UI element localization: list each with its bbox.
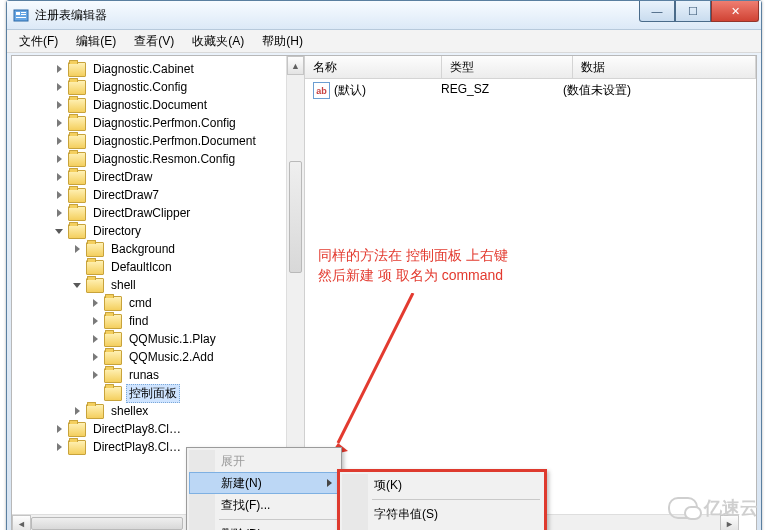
tree-item[interactable]: QQMusic.2.Add [12,348,304,366]
tree-item[interactable]: Diagnostic.Resmon.Config [12,150,304,168]
string-value-icon: ab [313,82,330,99]
expand-toggle-icon[interactable] [72,244,83,255]
list-row[interactable]: ab (默认) REG_SZ (数值未设置) [305,79,756,102]
folder-icon [104,386,122,401]
expand-toggle-icon[interactable] [54,64,65,75]
col-type[interactable]: 类型 [442,56,573,78]
tree-item[interactable]: Background [12,240,304,258]
menu-view[interactable]: 查看(V) [128,31,180,52]
menubar: 文件(F) 编辑(E) 查看(V) 收藏夹(A) 帮助(H) [7,30,761,53]
folder-icon [68,170,86,185]
tree-item[interactable]: Diagnostic.Document [12,96,304,114]
folder-icon [86,260,104,275]
expand-toggle-icon[interactable] [90,352,101,363]
expand-toggle-icon[interactable] [54,442,65,453]
watermark-icon [668,497,698,519]
tree-item[interactable]: DirectDrawClipper [12,204,304,222]
tree-item[interactable]: Diagnostic.Perfmon.Document [12,132,304,150]
values-pane: 名称 类型 数据 ab (默认) REG_SZ (数值未设置) ◄ ► [305,56,756,530]
menu-help[interactable]: 帮助(H) [256,31,309,52]
folder-icon [68,80,86,95]
tree-item[interactable]: Diagnostic.Cabinet [12,60,304,78]
menu-file[interactable]: 文件(F) [13,31,64,52]
menu-favorites[interactable]: 收藏夹(A) [186,31,250,52]
submenu-key[interactable]: 项(K) [342,474,542,496]
tree-item[interactable]: cmd [12,294,304,312]
ctx-delete[interactable]: 删除(D) [189,523,339,530]
col-name[interactable]: 名称 [305,56,442,78]
ctx-separator [219,519,337,520]
expand-toggle-icon[interactable] [54,424,65,435]
tree-item[interactable]: QQMusic.1.Play [12,330,304,348]
tree-item[interactable]: Diagnostic.Perfmon.Config [12,114,304,132]
expand-toggle-icon[interactable] [72,280,83,291]
minimize-button[interactable]: — [639,1,675,22]
col-data[interactable]: 数据 [573,56,756,78]
tree-item[interactable]: shell [12,276,304,294]
tree-item[interactable]: DirectPlay8.Cl… [12,420,304,438]
folder-icon [68,62,86,77]
tree-label: DirectDraw7 [90,187,162,203]
scroll-left-icon[interactable]: ◄ [12,515,31,530]
menu-edit[interactable]: 编辑(E) [70,31,122,52]
close-button[interactable]: ✕ [711,1,759,22]
expand-toggle-icon[interactable] [54,100,65,111]
ctx-expand[interactable]: 展开 [189,450,339,472]
expand-toggle-icon[interactable] [90,298,101,309]
folder-icon [104,332,122,347]
tree-label: DirectPlay8.Cl… [90,439,184,455]
tree-item[interactable]: DefaultIcon [12,258,304,276]
expand-toggle-icon[interactable] [54,118,65,129]
tree-label: Diagnostic.Perfmon.Config [90,115,239,131]
folder-icon [68,440,86,455]
value-type: REG_SZ [433,82,555,99]
folder-icon [68,224,86,239]
svg-rect-1 [16,12,20,15]
tree-label: Diagnostic.Config [90,79,190,95]
submenu-string[interactable]: 字符串值(S) [342,503,542,525]
tree-item[interactable]: Diagnostic.Config [12,78,304,96]
expand-toggle-icon[interactable] [54,136,65,147]
tree-label: Diagnostic.Cabinet [90,61,197,77]
submenu-arrow-icon [327,479,332,487]
expand-toggle-icon[interactable] [54,154,65,165]
expand-toggle-icon[interactable] [90,370,101,381]
tree-item[interactable]: 控制面板 [12,384,304,402]
folder-icon [86,278,104,293]
expand-toggle-icon[interactable] [54,190,65,201]
svg-rect-2 [21,12,26,13]
ctx-find[interactable]: 查找(F)... [189,494,339,516]
ctx-separator [372,499,540,500]
tree-label: shell [108,277,139,293]
submenu-binary[interactable]: 二进制值(B) [342,525,542,530]
expand-toggle-icon[interactable] [90,316,101,327]
scroll-thumb[interactable] [31,517,183,530]
expand-toggle-icon[interactable] [54,226,65,237]
list-header: 名称 类型 数据 [305,56,756,79]
tree-label: DefaultIcon [108,259,175,275]
maximize-button[interactable]: ☐ [675,1,711,22]
folder-icon [68,152,86,167]
tree-item[interactable]: runas [12,366,304,384]
expand-toggle-icon[interactable] [90,334,101,345]
ctx-new[interactable]: 新建(N) [189,472,339,494]
scroll-up-icon[interactable]: ▲ [287,56,304,75]
folder-icon [104,314,122,329]
tree-item[interactable]: DirectDraw [12,168,304,186]
new-submenu: 项(K) 字符串值(S) 二进制值(B) DWORD (32-位)值(D) [337,469,547,530]
titlebar[interactable]: 注册表编辑器 — ☐ ✕ [7,1,761,30]
folder-icon [104,350,122,365]
tree-item[interactable]: Directory [12,222,304,240]
context-menu: 展开 新建(N) 查找(F)... 删除(D) 重命名(R) [186,447,342,530]
expand-toggle-icon[interactable] [54,82,65,93]
scroll-thumb[interactable] [289,161,302,273]
expand-toggle-icon[interactable] [72,406,83,417]
tree-item[interactable]: DirectDraw7 [12,186,304,204]
tree-item[interactable]: shellex [12,402,304,420]
expand-toggle-icon[interactable] [54,208,65,219]
tree-item[interactable]: find [12,312,304,330]
expand-toggle-icon[interactable] [54,172,65,183]
tree-label: runas [126,367,162,383]
tree-label: DirectDrawClipper [90,205,193,221]
folder-icon [68,188,86,203]
